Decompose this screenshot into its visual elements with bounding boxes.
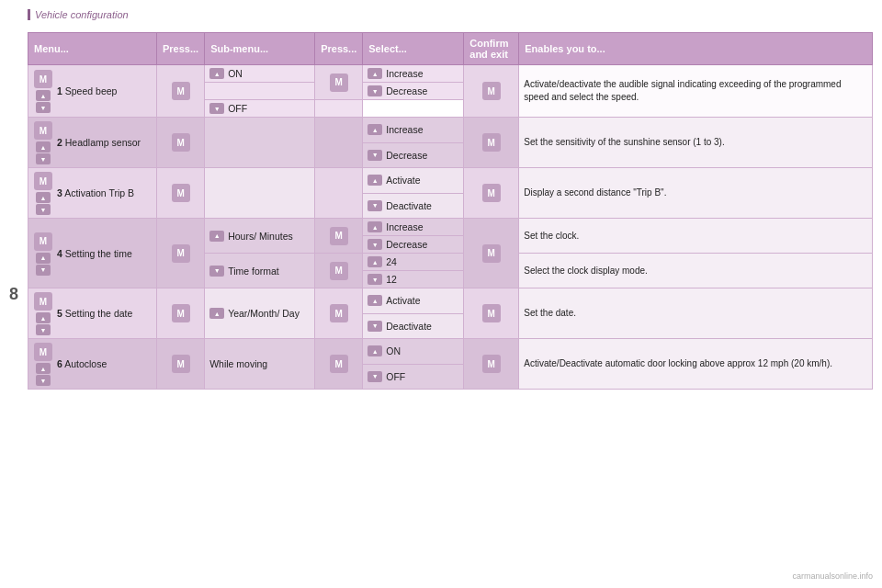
select-down-arrow-4[interactable]: [368, 239, 382, 250]
m-button[interactable]: M: [34, 70, 52, 88]
m-press-button-2[interactable]: M: [172, 133, 190, 152]
m-sub-button-4b[interactable]: M: [330, 262, 348, 280]
m-sub-button-5[interactable]: M: [330, 304, 348, 322]
up-arrow-2[interactable]: [36, 141, 51, 153]
submenu-up-arrow-4[interactable]: [209, 231, 224, 242]
select-down-arrow-2[interactable]: [368, 150, 382, 161]
confirm-cell-2: M: [464, 118, 519, 168]
select-cell-4: Decrease: [363, 142, 464, 168]
m-confirm-button-2[interactable]: M: [482, 133, 501, 152]
select-label-12: Deactivate: [386, 321, 432, 332]
up-arrow-4[interactable]: [36, 253, 51, 264]
m-sub-button-4a[interactable]: M: [330, 227, 348, 245]
submenu-down-arrow-4[interactable]: [209, 266, 224, 277]
select-cell-14: OFF: [363, 364, 464, 390]
select-down-arrow-6[interactable]: [368, 371, 382, 382]
menu-item-label-3: 3 Activation Trip B: [57, 187, 134, 198]
down-arrow-6[interactable]: [36, 375, 51, 386]
press-cell-5: M: [157, 288, 205, 339]
select-cell-empty: [315, 100, 363, 118]
select-up-arrow-4b[interactable]: [368, 256, 382, 267]
select-down-arrow-4b[interactable]: [368, 274, 382, 285]
select-label-4: Decrease: [386, 150, 427, 161]
down-arrow-4[interactable]: [36, 265, 51, 276]
select-cell-7: Increase: [363, 219, 464, 236]
m-press-button-5[interactable]: M: [172, 304, 190, 322]
press-cell-6: M: [157, 339, 205, 390]
submenu-up-arrow[interactable]: [209, 68, 224, 79]
enables-cell-6: Activate/Deactivate automatic door locki…: [519, 339, 873, 390]
enables-cell-3: Display a second distance "Trip B".: [519, 168, 873, 219]
submenu-off-label: OFF: [228, 103, 247, 114]
menu-item-label: 1 Speed beep: [57, 85, 117, 96]
select-up-arrow-3[interactable]: [368, 175, 382, 186]
select-cell-13: ON: [363, 339, 464, 365]
press-cell-5b: M: [315, 288, 363, 339]
select-up-arrow-6[interactable]: [368, 345, 382, 356]
m-confirm-button-5[interactable]: M: [482, 304, 501, 322]
select-label-13: ON: [386, 345, 401, 356]
select-label-14: OFF: [386, 371, 405, 382]
m-button-5[interactable]: M: [34, 292, 52, 311]
submenu-label: ON: [228, 68, 243, 79]
up-arrow-3[interactable]: [36, 192, 51, 203]
m-press-button[interactable]: M: [172, 82, 190, 100]
submenu-cell-6: While moving: [205, 339, 315, 390]
select-down-arrow-3[interactable]: [368, 200, 382, 211]
submenu-down-arrow[interactable]: [209, 103, 224, 114]
select-label-7: Increase: [386, 221, 423, 232]
select-down-arrow-5[interactable]: [368, 321, 382, 332]
press-empty-2: [315, 118, 363, 168]
up-arrow-6[interactable]: [36, 363, 51, 374]
press-cell: M: [157, 65, 205, 118]
up-arrow[interactable]: [36, 90, 51, 101]
menu-cell-4: M 4 Setting the time: [28, 219, 157, 288]
select-up-arrow-2[interactable]: [368, 124, 382, 135]
submenu-empty-2: [205, 118, 315, 168]
m-button-6[interactable]: M: [34, 343, 52, 361]
press-cell-4a: M: [315, 219, 363, 254]
select-down-arrow[interactable]: [368, 85, 382, 96]
m-button-3[interactable]: M: [34, 172, 52, 190]
menu-cell: M 1 Speed beep: [28, 65, 157, 118]
m-sub-button[interactable]: M: [330, 74, 348, 92]
m-button-4[interactable]: M: [34, 232, 52, 251]
down-arrow[interactable]: [36, 102, 51, 113]
select-up-arrow-5[interactable]: [368, 295, 382, 306]
submenu-empty-3: [205, 168, 315, 219]
m-confirm-button-4[interactable]: M: [482, 244, 501, 263]
submenu-label-5: Year/Month/ Day: [228, 308, 300, 319]
menu-item-label-4: 4 Setting the time: [57, 248, 132, 259]
select-cell-11: Activate: [363, 288, 464, 314]
m-sub-button-6[interactable]: M: [330, 355, 348, 373]
m-confirm-button-3[interactable]: M: [482, 184, 501, 202]
down-arrow-3[interactable]: [36, 204, 51, 215]
m-press-button-3[interactable]: M: [172, 184, 190, 202]
section-label: Vehicle configuration: [28, 9, 129, 20]
select-cell-12: Deactivate: [363, 313, 464, 339]
col-submenu: Sub-menu...: [205, 33, 315, 65]
select-cell-8: Decrease: [363, 236, 464, 254]
m-confirm-button-6[interactable]: M: [482, 355, 501, 373]
submenu-up-arrow-5[interactable]: [209, 308, 224, 319]
menu-cell-3: M 3 Activation Trip B: [28, 168, 157, 219]
menu-item-label-5: 5 Setting the date: [57, 308, 132, 319]
select-up-arrow-4[interactable]: [368, 221, 382, 232]
col-confirm: Confirm and exit: [464, 33, 519, 65]
select-label-8: Decrease: [386, 239, 427, 250]
down-arrow-2[interactable]: [36, 153, 51, 164]
m-button-2[interactable]: M: [34, 121, 52, 140]
press-cell-3: M: [157, 168, 205, 219]
table-row: M 3 Activation Trip B M: [28, 168, 873, 194]
m-confirm-button[interactable]: M: [482, 82, 501, 100]
select-label: Increase: [386, 68, 423, 79]
select-up-arrow[interactable]: [368, 68, 382, 79]
up-arrow-5[interactable]: [36, 312, 51, 323]
config-table: Menu... Press... Sub-menu... Press... Se…: [28, 32, 873, 390]
confirm-cell-4: M: [464, 219, 519, 288]
m-press-button-6[interactable]: M: [172, 355, 190, 373]
enables-cell-5: Set the date.: [519, 288, 873, 339]
down-arrow-5[interactable]: [36, 324, 51, 335]
m-press-button-4[interactable]: M: [172, 244, 190, 263]
submenu-label-4b: Time format: [228, 266, 279, 277]
